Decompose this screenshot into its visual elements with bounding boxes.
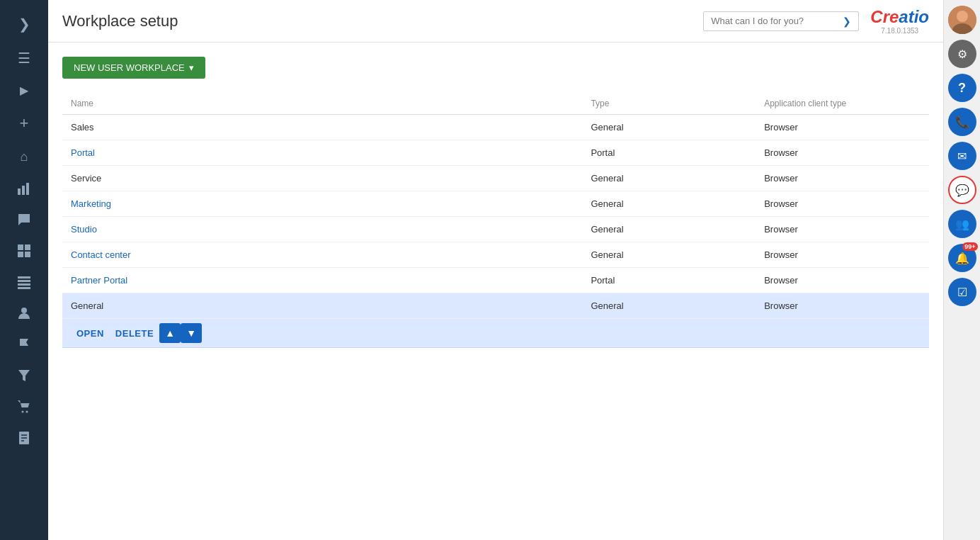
svg-rect-0 (18, 189, 21, 195)
logo-text: Creatio (870, 7, 929, 27)
search-arrow-icon[interactable]: ❯ (843, 16, 851, 27)
cell-type: Portal (582, 268, 756, 293)
phone-icon: 📞 (955, 116, 969, 129)
svg-rect-3 (18, 244, 23, 250)
cell-name[interactable]: Portal (62, 140, 582, 166)
svg-rect-10 (18, 287, 30, 289)
table-header-row: Name Type Application client type (62, 93, 929, 115)
cell-type: General (582, 115, 756, 140)
sidebar-item-funnel[interactable] (0, 360, 48, 391)
table-row[interactable]: Partner PortalPortalBrowser (62, 268, 929, 293)
svg-rect-1 (22, 186, 25, 195)
move-up-button[interactable]: ▲ (159, 323, 181, 343)
video-icon: 👥 (955, 218, 969, 231)
svg-rect-5 (18, 252, 23, 257)
svg-point-19 (957, 11, 968, 22)
svg-rect-8 (18, 280, 30, 282)
svg-point-11 (21, 308, 27, 313)
col-app-client: Application client type (756, 93, 929, 115)
gear-button[interactable]: ⚙ (948, 40, 976, 68)
cell-name[interactable]: Sales (62, 115, 582, 140)
phone-button[interactable]: 📞 (948, 108, 976, 136)
open-button[interactable]: OPEN (71, 325, 110, 342)
gear-icon: ⚙ (957, 47, 967, 61)
cell-app-client: Browser (756, 115, 929, 140)
tasks-icon: ☑ (957, 286, 967, 299)
cell-app-client: Browser (756, 217, 929, 242)
sidebar-item-grid[interactable] (0, 235, 48, 266)
cell-name[interactable]: Studio (62, 217, 582, 242)
cell-type: Portal (582, 140, 756, 166)
help-button[interactable]: ? (948, 74, 976, 102)
logo-area: Creatio 7.18.0.1353 (870, 7, 929, 35)
notification-icon: 🔔 (955, 252, 969, 265)
top-header: Workplace setup ❯ Creatio 7.18.0.1353 (48, 0, 943, 43)
action-cell: OPENDELETE▲▼ (62, 319, 929, 348)
notification-button[interactable]: 🔔 99+ (948, 244, 976, 272)
table-row[interactable]: SalesGeneralBrowser (62, 115, 929, 140)
main-content: Workplace setup ❯ Creatio 7.18.0.1353 NE… (48, 0, 943, 540)
svg-rect-2 (26, 183, 29, 195)
table-row[interactable]: MarketingGeneralBrowser (62, 191, 929, 217)
sidebar-item-flag[interactable] (0, 329, 48, 360)
header-right: ❯ Creatio 7.18.0.1353 (703, 7, 929, 35)
sidebar-item-chart[interactable] (0, 173, 48, 204)
tasks-button[interactable]: ☑ (948, 278, 976, 306)
chat-icon: 💬 (955, 184, 969, 197)
col-type: Type (582, 93, 756, 115)
cell-name[interactable]: General (62, 293, 582, 319)
cell-type: General (582, 166, 756, 191)
search-input[interactable] (711, 16, 843, 26)
move-down-button[interactable]: ▼ (181, 323, 202, 343)
table-row[interactable]: PortalPortalBrowser (62, 140, 929, 166)
sidebar-item-person[interactable] (0, 298, 48, 329)
new-user-workplace-button[interactable]: NEW USER WORKPLACE ▾ (62, 57, 205, 79)
action-row: OPENDELETE▲▼ (62, 319, 929, 348)
sidebar-item-dashboard[interactable]: ⌂ (0, 141, 48, 173)
cell-type: General (582, 191, 756, 217)
sidebar-item-note[interactable] (0, 422, 48, 454)
cell-type: General (582, 217, 756, 242)
logo-version: 7.18.0.1353 (881, 27, 918, 35)
table-row[interactable]: StudioGeneralBrowser (62, 217, 929, 242)
svg-point-12 (22, 411, 24, 413)
cell-app-client: Browser (756, 268, 929, 293)
video-button[interactable]: 👥 (948, 210, 976, 238)
svg-rect-7 (18, 276, 30, 279)
cell-app-client: Browser (756, 242, 929, 268)
table-row[interactable]: Contact centerGeneralBrowser (62, 242, 929, 268)
left-sidebar: ❯ ☰ ▶ + ⌂ (0, 0, 48, 540)
cell-name[interactable]: Partner Portal (62, 268, 582, 293)
cell-app-client: Browser (756, 140, 929, 166)
sidebar-item-chat[interactable] (0, 204, 48, 235)
cell-app-client: Browser (756, 191, 929, 217)
content-area: NEW USER WORKPLACE ▾ Name Type Applicati… (48, 43, 943, 540)
cell-app-client: Browser (756, 166, 929, 191)
table-row[interactable]: ServiceGeneralBrowser (62, 166, 929, 191)
cell-type: General (582, 293, 756, 319)
chat-button[interactable]: 💬 (948, 176, 976, 204)
svg-rect-6 (25, 252, 30, 257)
cell-name[interactable]: Marketing (62, 191, 582, 217)
sidebar-item-list[interactable] (0, 266, 48, 298)
sidebar-item-collapse[interactable]: ❯ (0, 7, 48, 41)
notification-badge: 99+ (962, 242, 977, 251)
col-name: Name (62, 93, 582, 115)
cell-type: General (582, 242, 756, 268)
delete-button[interactable]: DELETE (110, 325, 159, 342)
cell-name[interactable]: Service (62, 166, 582, 191)
search-box[interactable]: ❯ (703, 11, 859, 31)
right-sidebar: ⚙ ? 📞 ✉ 💬 👥 🔔 99+ ☑ (943, 0, 980, 540)
sidebar-item-home[interactable]: ▶ (0, 75, 48, 106)
email-icon: ✉ (957, 150, 967, 163)
sidebar-item-cart[interactable] (0, 391, 48, 422)
sidebar-item-menu[interactable]: ☰ (0, 41, 48, 75)
cell-app-client: Browser (756, 293, 929, 319)
cell-name[interactable]: Contact center (62, 242, 582, 268)
svg-rect-9 (18, 283, 30, 286)
table-row[interactable]: GeneralGeneralBrowser (62, 293, 929, 319)
email-button[interactable]: ✉ (948, 142, 976, 170)
avatar[interactable] (948, 6, 976, 34)
sidebar-item-add[interactable]: + (0, 106, 48, 141)
svg-rect-4 (25, 244, 30, 250)
